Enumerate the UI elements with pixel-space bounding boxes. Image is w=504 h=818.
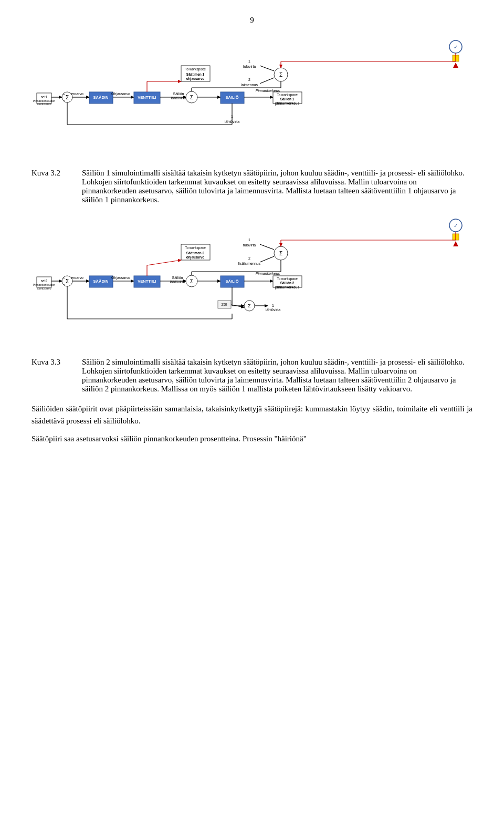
svg-text:SÄILIÖ: SÄILIÖ: [225, 279, 238, 284]
svg-text:VENTTIILI: VENTTIILI: [138, 95, 156, 100]
caption2-text: Säiliön 2 simulointimalli sisältää takai…: [82, 358, 472, 394]
caption1-row: Kuva 3.2 Säiliön 1 simulointimalli sisäl…: [32, 169, 472, 204]
svg-text:Σ: Σ: [190, 278, 193, 284]
red-indicator: [453, 63, 458, 68]
svg-text:To workspace: To workspace: [185, 246, 206, 250]
svg-text:ohjausarvo: ohjausarvo: [186, 255, 205, 260]
diagram1-svg: ✓ To workspace Säätimen 1 ohjausarvo 1 t…: [32, 35, 472, 156]
svg-text:Säätimen 1: Säätimen 1: [186, 73, 205, 76]
sailion-lahtovirta-label: Säiliön: [173, 92, 184, 96]
svg-text:Σ: Σ: [66, 95, 69, 100]
caption2-label: Kuva 3.3: [32, 358, 74, 394]
svg-text:-: -: [64, 98, 65, 102]
svg-text:To workspace: To workspace: [277, 277, 298, 281]
laimennus-label: 2: [248, 78, 250, 81]
ohjausarvo-label-2: Ohjausarvo: [111, 276, 130, 280]
svg-text:VENTTIILI: VENTTIILI: [138, 279, 156, 284]
caption1-text: Säiliön 1 simulointimalli sisältää takai…: [82, 169, 472, 204]
line-laimennus-sigma: [260, 78, 274, 84]
pinnankorkeus-label-2: Pinnankorkeus: [256, 272, 280, 275]
lisalaimennus-text-2: lisälaimennus: [238, 262, 261, 265]
line-lisalaimennus-sigma-2: [260, 256, 274, 262]
bottom-paragraph-2: Säätöpiiri saa asetusarvoksi säiliön pin…: [32, 433, 472, 445]
svg-text:Σ: Σ: [248, 303, 251, 308]
svg-text:ohjausarvo: ohjausarvo: [186, 77, 205, 81]
lahtovirta-text-2: lähtövirta: [266, 308, 281, 312]
sailion-lahtovirta-label-2: Säiliön: [172, 276, 183, 279]
sailion-lahtovirta-text: lähtövirta: [171, 96, 186, 100]
caption2-row: Kuva 3.3 Säiliön 2 simulointimalli sisäl…: [32, 358, 472, 394]
svg-text:Säätimen 2: Säätimen 2: [186, 251, 205, 255]
lahtovirta-label-2: 1: [272, 304, 274, 307]
diagram1-container: ✓ To workspace Säätimen 1 ohjausarvo 1 t…: [32, 35, 472, 158]
svg-text:pinnankorkeus: pinnankorkeus: [275, 285, 300, 289]
page-number: 9: [32, 16, 472, 25]
svg-text:Σ: Σ: [279, 251, 282, 256]
svg-text:set2: set2: [41, 279, 48, 283]
svg-text:+: +: [63, 276, 65, 280]
svg-text:Σ: Σ: [279, 72, 282, 78]
svg-text:asetusarvo: asetusarvo: [37, 102, 51, 106]
svg-text:-: -: [64, 282, 65, 286]
eroarvo-label-2: eroarvo: [71, 276, 83, 279]
line-tulovirta-sigma-2: [260, 244, 274, 250]
svg-text:Säilion 1: Säilion 1: [280, 97, 295, 101]
svg-text:+: +: [63, 92, 65, 96]
sailion-lahtovirta-text-2: lähtövirta: [170, 280, 185, 284]
svg-text:SÄÄDIN: SÄÄDIN: [93, 95, 109, 100]
line-to-workspace-h-2: [147, 260, 181, 265]
line-tulovirta-sigma: [260, 66, 274, 71]
svg-text:set1: set1: [41, 95, 48, 99]
svg-text:SÄILIÖ: SÄILIÖ: [225, 95, 238, 100]
tulovirta-label-2: 1: [248, 238, 250, 242]
red-indicator-2: [453, 241, 458, 246]
tulovirta-text-2: tulovirta: [243, 243, 256, 247]
caption1-label: Kuva 3.2: [32, 169, 74, 204]
svg-text:✓: ✓: [454, 223, 458, 229]
svg-text:250: 250: [222, 303, 227, 306]
lisalaimennus-label-2: 2: [248, 256, 250, 260]
page-container: 9 ✓ To workspace: [0, 0, 504, 472]
svg-text:To workspace: To workspace: [277, 93, 298, 97]
bottom-paragraph-1: Säiliöiden säätöpiirit ovat pääpiirteiss…: [32, 403, 472, 427]
eroarvo-label: eroarvo: [71, 92, 83, 96]
svg-text:asetusarvo: asetusarvo: [37, 287, 51, 290]
svg-text:Pinnankorkeuden: Pinnankorkeuden: [33, 283, 56, 286]
tulovirta-label: 1: [248, 59, 250, 63]
svg-text:pinnankorkeus: pinnankorkeus: [275, 101, 300, 106]
tulovirta-text: tulovirta: [243, 65, 256, 68]
svg-text:Säiliön 2: Säiliön 2: [280, 281, 295, 285]
ohjausarvo-label: Ohjausarvo: [111, 92, 130, 96]
svg-text:To workspace: To workspace: [185, 67, 206, 71]
laimennus-text: laimennus: [241, 83, 258, 87]
svg-text:SÄÄDIN: SÄÄDIN: [93, 279, 109, 284]
svg-text:✓: ✓: [454, 44, 458, 50]
svg-text:Σ: Σ: [66, 278, 69, 284]
diagram2-svg: ✓ To workspace Säätimen 2 ohjausarvo 1 t…: [32, 214, 472, 345]
svg-text:Σ: Σ: [190, 95, 193, 100]
diagram2-container: ✓ To workspace Säätimen 2 ohjausarvo 1 t…: [32, 214, 472, 347]
